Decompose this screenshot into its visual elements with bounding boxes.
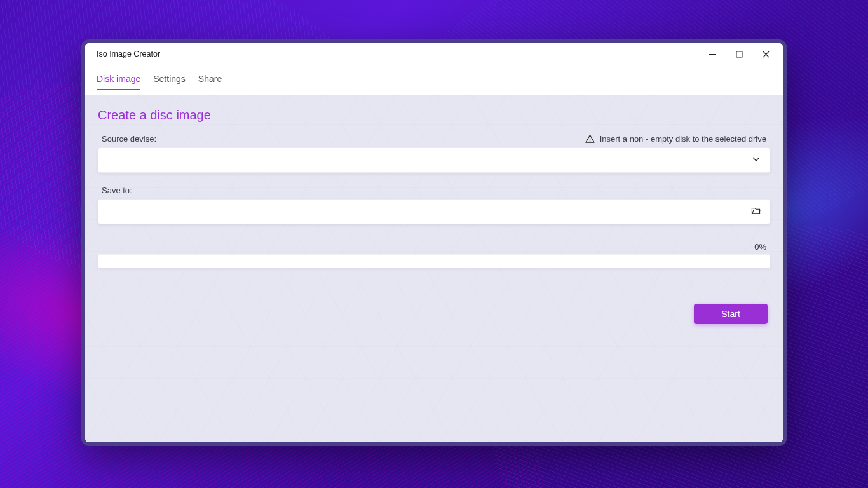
window-title: Iso Image Creator	[97, 50, 160, 58]
svg-point-2	[589, 141, 590, 142]
source-device-warning: Insert a non - empty disk to the selecte…	[585, 134, 766, 144]
source-device-dropdown[interactable]	[98, 147, 770, 173]
close-icon	[763, 51, 770, 58]
chevron-down-icon	[752, 154, 761, 166]
warning-icon	[585, 134, 595, 144]
tab-settings[interactable]: Settings	[153, 70, 186, 90]
titlebar: Iso Image Creator	[85, 43, 783, 65]
source-device-field: Source devise: Insert a non - empty disk…	[98, 134, 770, 173]
save-to-input[interactable]	[98, 199, 770, 224]
maximize-icon	[736, 51, 743, 58]
save-to-field: Save to:	[98, 186, 770, 224]
svg-rect-0	[736, 51, 742, 57]
minimize-button[interactable]	[699, 44, 726, 64]
minimize-icon	[709, 51, 716, 58]
close-button[interactable]	[752, 44, 779, 64]
progress-field: 0%	[98, 242, 770, 268]
progress-percent: 0%	[754, 242, 766, 252]
action-row: Start	[98, 304, 770, 324]
content-area: Create a disc image Source devise: Inser…	[85, 95, 783, 442]
start-button[interactable]: Start	[694, 304, 768, 324]
desktop-background: Iso Image Creator Disk image Settings Sh…	[0, 0, 868, 488]
folder-icon	[751, 206, 761, 218]
tab-share[interactable]: Share	[198, 70, 222, 90]
maximize-button[interactable]	[726, 44, 752, 64]
app-window: Iso Image Creator Disk image Settings Sh…	[81, 39, 787, 446]
page-title: Create a disc image	[98, 108, 770, 123]
warning-text: Insert a non - empty disk to the selecte…	[600, 134, 766, 144]
tabbar: Disk image Settings Share	[85, 65, 783, 95]
source-device-label: Source devise:	[102, 134, 156, 144]
tab-disk-image[interactable]: Disk image	[97, 70, 140, 90]
save-to-label: Save to:	[102, 186, 132, 195]
window-controls	[699, 44, 779, 64]
progress-bar	[98, 254, 770, 268]
